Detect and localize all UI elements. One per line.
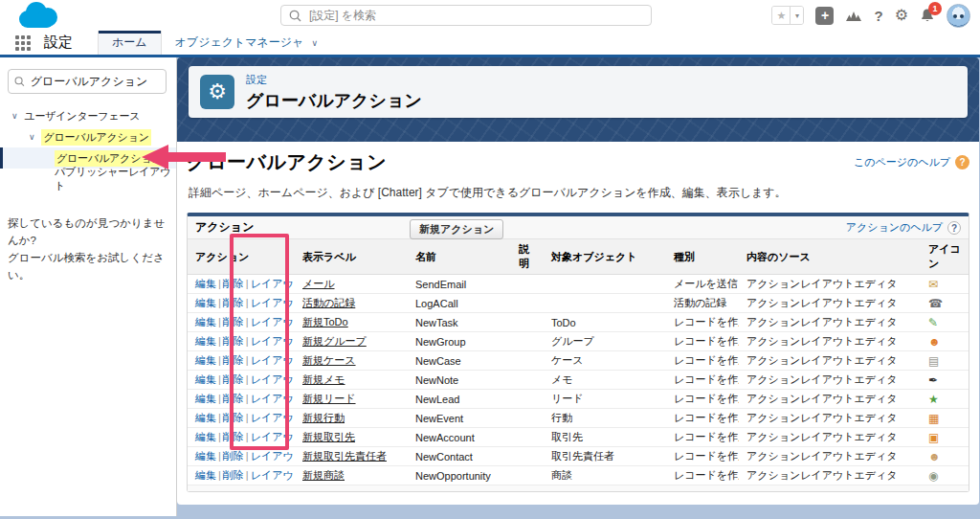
layout-link[interactable]: レイアウト [251,469,295,481]
global-search-input[interactable] [309,9,643,22]
action-label-link[interactable]: 新規取引先責任者 [302,450,387,462]
delete-link[interactable]: 削除 [223,450,244,462]
layout-link[interactable]: レイアウト [251,393,295,404]
help-question-icon[interactable]: ? [947,221,961,235]
page-help-link[interactable]: このページのヘルプ [854,155,950,169]
row-actions: 編集|削除|レイアウト [188,275,295,294]
action-label-link[interactable]: 活動の記録 [302,297,355,308]
action-type: レコードを作成 [666,371,739,390]
actions-section-header: アクション 新規アクション アクションのヘルプ ? [188,216,969,239]
action-label-link[interactable]: 新規行動 [302,412,345,423]
group-icon: ☻ [928,335,941,349]
tab-object-manager[interactable]: オブジェクトマネージャ ∨ [162,31,331,55]
help-question-icon[interactable]: ? [955,155,969,169]
edit-link[interactable]: 編集 [195,373,216,385]
edit-link[interactable]: 編集 [195,278,216,289]
new-action-button[interactable]: 新規アクション [410,219,503,239]
edit-link[interactable]: 編集 [195,297,216,308]
layout-link[interactable]: レイアウト [251,335,295,347]
action-description [511,371,544,390]
edit-link[interactable]: 編集 [195,335,216,347]
action-target-object: ToDo [544,313,666,332]
action-label-link[interactable]: 新規メモ [302,373,345,385]
delete-link[interactable]: 削除 [223,335,244,347]
actions-section: アクション 新規アクション アクションのヘルプ ? [187,213,969,492]
table-row: 編集|削除|レイアウト 新規商談 NewOpportunity 商談 レコードを… [188,466,969,485]
action-label-link[interactable]: 新規取引先 [302,431,355,442]
action-label-link[interactable]: 新規ケース [302,354,356,366]
delete-link[interactable]: 削除 [223,393,244,404]
layout-link[interactable]: レイアウト [251,354,295,366]
action-label-link[interactable]: 新規グループ [302,335,367,347]
col-actions: アクション [188,239,295,275]
col-label: 表示ラベル [295,239,408,275]
tab-home[interactable]: ホーム [98,31,162,55]
layout-link[interactable]: レイアウト [251,297,295,308]
col-content-source: 内容のソース [739,239,921,275]
page-header-eyebrow: 設定 [246,73,422,87]
action-type: レコードを作成 [666,390,739,409]
layout-link[interactable]: レイアウト [251,431,295,442]
action-description [511,332,544,351]
action-name: NewTask [408,313,511,332]
setup-gear-tile-icon: ⚙ [200,75,234,109]
trailhead-icon[interactable] [845,9,862,22]
action-label-link[interactable]: 新規リード [302,393,356,404]
action-name: NewOpportunity [408,466,511,485]
delete-link[interactable]: 削除 [223,316,244,327]
delete-link[interactable]: 削除 [223,431,244,442]
favorites-caret-icon[interactable]: ▾ [790,7,803,24]
layout-link[interactable]: レイアウト [251,450,295,462]
layout-link[interactable]: レイアウト [251,316,295,327]
action-target-object: 取引先責任者 [544,447,666,466]
delete-link[interactable]: 削除 [223,412,244,423]
avatar[interactable] [947,4,970,28]
page-header-card: ⚙ 設定 グローバルアクション [189,66,968,118]
row-actions: 編集|削除|レイアウト [188,313,295,332]
edit-link[interactable]: 編集 [195,393,216,404]
actions-help-link[interactable]: アクションのヘルプ [846,220,943,235]
global-search [280,5,652,26]
edit-link[interactable]: 編集 [195,316,216,327]
edit-link[interactable]: 編集 [195,469,216,481]
favorites-star-icon[interactable]: ★ [772,7,790,24]
sidebar-item-user-interface[interactable]: ∨ ユーザインターフェース [0,105,176,126]
action-name: LogACall [408,294,511,313]
setup-gear-icon[interactable]: ⚙ [895,8,908,23]
sidebar-item-global-actions-group[interactable]: ∨ グローバルアクション [0,126,176,147]
content-panel: グローバルアクション このページのヘルプ ? 詳細ページ、ホームページ、および … [177,142,979,505]
action-source: アクションレイアウトエディタ [739,275,921,294]
quick-find-input[interactable] [31,75,160,88]
salesforce-cloud-logo[interactable] [15,1,59,30]
action-source: アクションレイアウトエディタ [739,351,921,371]
sidebar-item-publisher-layouts[interactable]: パブリッシャーレイアウト [0,169,176,190]
edit-link[interactable]: 編集 [195,354,216,366]
layout-link[interactable]: レイアウト [251,412,295,423]
layout-link[interactable]: レイアウト [251,373,295,385]
layout-link[interactable]: レイアウト [251,278,295,289]
delete-link[interactable]: 削除 [223,278,244,289]
action-label-link[interactable]: 新規商談 [302,469,345,481]
action-type: メールを送信 [666,275,739,294]
edit-link[interactable]: 編集 [195,450,216,462]
action-label-link[interactable]: 新規ToDo [302,316,348,327]
quick-create-plus-icon[interactable]: + [815,7,834,25]
page-description: 詳細ページ、ホームページ、および [Chatter] タブで使用できるグローバル… [189,185,968,201]
action-source: アクションレイアウトエディタ [739,466,921,485]
action-source: アクションレイアウトエディタ [739,428,921,447]
app-launcher-icon[interactable] [15,35,31,51]
chevron-down-icon: ∨ [311,38,318,48]
help-icon[interactable]: ? [874,9,882,23]
table-row: 編集|削除|レイアウト 新規取引先 NewAccount 取引先 レコードを作成… [188,428,969,447]
notifications-control[interactable]: 1 [920,8,935,23]
action-source: アクションレイアウトエディタ [739,447,921,466]
edit-link[interactable]: 編集 [195,431,216,442]
delete-link[interactable]: 削除 [223,297,244,308]
delete-link[interactable]: 削除 [223,373,244,385]
delete-link[interactable]: 削除 [223,469,244,481]
delete-link[interactable]: 削除 [223,354,244,366]
action-label-link[interactable]: メール [302,278,335,289]
col-icon: アイコン [921,239,969,275]
edit-link[interactable]: 編集 [195,412,216,423]
action-type: レコードを作成 [666,332,739,351]
